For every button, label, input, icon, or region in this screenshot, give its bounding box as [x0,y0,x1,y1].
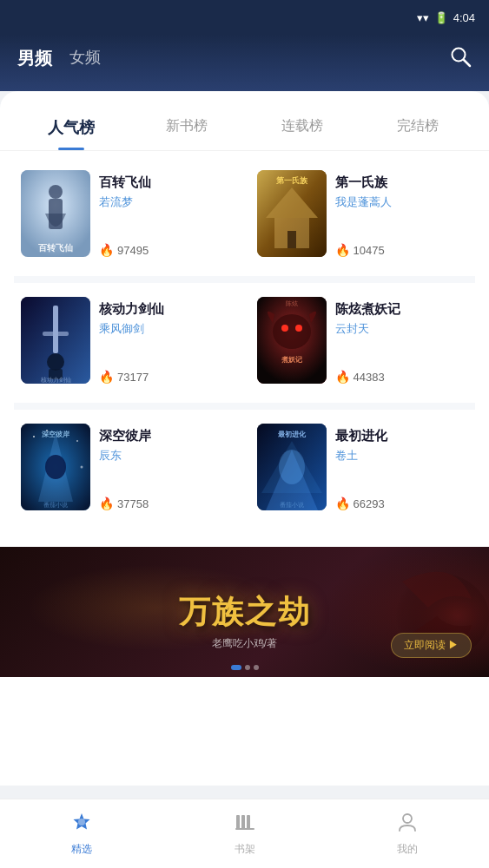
svg-line-1 [464,60,470,66]
svg-text:陈炫: 陈炫 [286,300,298,306]
svg-text:番茄小说: 番茄小说 [43,502,68,508]
svg-point-19 [295,325,302,332]
wifi-icon: ▾▾ [417,11,429,24]
tab-popular[interactable]: 人气榜 [14,108,129,150]
svg-text:煮妖记: 煮妖记 [281,356,303,364]
book-cover-2: 核动力剑仙 [21,297,90,384]
battery-icon: 🔋 [434,11,448,24]
book-item-5[interactable]: 最初进化 番茄小说 最初进化 卷土 🔥 66293 [250,413,476,521]
book-cover-1: 第一氏族 [257,170,327,257]
nav-jingxuan[interactable]: 精选 [0,802,163,865]
book-cover-4: 深空彼岸 番茄小说 [21,424,90,510]
heat-num-2: 73177 [117,371,149,384]
book-author-4: 辰东 [99,448,233,464]
profile-icon [396,811,419,838]
cover-text-0: 百转飞仙 [24,243,87,253]
main-content: 人气榜 新书榜 连载榜 完结榜 番茄小说 [0,91,489,786]
jingxuan-icon [70,811,93,838]
book-author-2: 乘风御剑 [99,321,233,337]
nav-bookshelf[interactable]: 书架 [163,802,327,865]
header-nav: 男频 女频 [17,43,423,74]
svg-text:深空彼岸: 深空彼岸 [42,430,69,438]
bookshelf-icon [234,811,256,838]
heat-num-0: 97495 [117,244,149,257]
book-item-0[interactable]: 番茄小说 [14,160,240,267]
book-row-2: 核动力剑仙 核动力剑仙 乘风御剑 🔥 73177 [14,286,475,394]
status-time: 4:04 [453,11,475,24]
svg-text:核动力剑仙: 核动力剑仙 [40,377,71,384]
fire-icon-4: 🔥 [99,496,114,510]
heat-num-1: 10475 [354,244,385,257]
book-item-4[interactable]: 深空彼岸 番茄小说 深空彼岸 辰东 🔥 37758 [14,413,240,521]
book-heat-2: 🔥 73177 [99,363,233,384]
book-author-1: 我是蓬蒿人 [335,194,469,210]
jingxuan-label: 精选 [71,842,92,857]
fire-icon-3: 🔥 [335,370,350,384]
book-item-2[interactable]: 核动力剑仙 核动力剑仙 乘风御剑 🔥 73177 [14,286,240,394]
svg-rect-12 [43,332,69,336]
heat-num-5: 66293 [354,497,385,510]
book-title-1: 第一氏族 [335,174,469,191]
book-info-2: 核动力剑仙 乘风御剑 🔥 73177 [99,297,233,384]
tab-completed[interactable]: 完结榜 [360,108,475,150]
book-info-4: 深空彼岸 辰东 🔥 37758 [99,424,233,510]
svg-text:第一氏族: 第一氏族 [276,176,308,185]
book-title-3: 陈炫煮妖记 [335,300,469,318]
book-info-1: 第一氏族 我是蓬蒿人 🔥 10475 [335,170,469,257]
book-heat-1: 🔥 10475 [335,236,469,257]
book-cover-5: 最初进化 番茄小说 [257,424,327,510]
svg-text:最初进化: 最初进化 [278,430,307,438]
search-button[interactable] [449,45,472,73]
svg-point-17 [273,314,311,349]
divider-1 [14,276,475,283]
nav-female[interactable]: 女频 [69,43,101,74]
bookshelf-label: 书架 [235,842,255,857]
book-heat-4: 🔥 37758 [99,490,233,510]
dot-3 [254,665,259,670]
tab-new[interactable]: 新书榜 [129,108,245,150]
book-info-0: 百转飞仙 若流梦 🔥 97495 [99,170,233,257]
dot-2 [245,665,250,670]
book-item-3[interactable]: 煮妖记 陈炫 陈炫煮妖记 云封天 🔥 44383 [250,286,476,394]
heat-num-4: 37758 [117,497,149,510]
svg-point-40 [403,814,412,823]
banner-subtitle: 老鹰吃小鸡/著 [212,636,277,651]
book-list: 番茄小说 [0,151,489,538]
tab-serialized[interactable]: 连载榜 [245,108,360,150]
svg-point-3 [49,185,63,199]
banner-title: 万族之劫 [179,591,311,634]
svg-point-35 [78,819,85,825]
profile-label: 我的 [397,842,418,857]
book-author-3: 云封天 [335,321,469,337]
svg-point-18 [281,325,288,332]
book-heat-3: 🔥 44383 [335,363,469,384]
fire-icon-2: 🔥 [99,370,114,384]
nav-male[interactable]: 男频 [17,43,52,74]
svg-rect-37 [241,815,245,829]
svg-point-13 [47,353,64,371]
book-item-1[interactable]: 第一氏族 第一氏族 我是蓬蒿人 🔥 10475 [250,160,476,267]
book-cover-0: 番茄小说 [21,170,90,257]
svg-text:番茄小说: 番茄小说 [280,502,304,508]
book-title-5: 最初进化 [335,427,469,444]
book-row-1: 番茄小说 [14,160,475,267]
banner-dots [231,665,259,670]
book-author-0: 若流梦 [99,194,233,210]
tabs-bar: 人气榜 新书榜 连载榜 完结榜 [0,91,489,151]
nav-profile[interactable]: 我的 [326,802,489,865]
book-heat-5: 🔥 66293 [335,490,469,510]
banner[interactable]: 万族之劫 老鹰吃小鸡/著 立即阅读 ▶ [0,547,489,677]
svg-point-24 [76,440,78,442]
book-title-2: 核动力剑仙 [99,300,233,318]
divider-2 [14,403,475,410]
book-author-5: 卷土 [335,448,469,464]
bottom-nav: 精选 书架 我的 [0,799,489,868]
book-title-0: 百转飞仙 [99,174,233,191]
svg-point-23 [33,436,35,437]
fire-icon-1: 🔥 [335,243,350,257]
banner-read-button[interactable]: 立即阅读 ▶ [391,633,472,658]
svg-rect-36 [236,815,240,829]
header: 男频 女频 [0,35,489,91]
status-bar: ▾▾ 🔋 4:04 [0,0,489,35]
book-info-3: 陈炫煮妖记 云封天 🔥 44383 [335,297,469,384]
